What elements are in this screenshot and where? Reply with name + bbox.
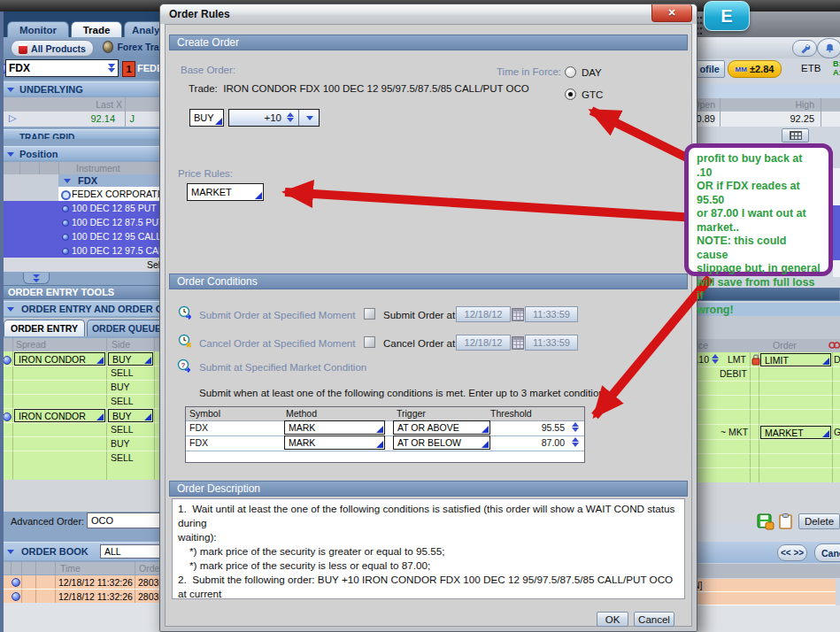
ok-button[interactable]: OK bbox=[597, 612, 628, 627]
quote-colhdr: Open High bbox=[682, 98, 840, 112]
method-dropdown[interactable]: MARK bbox=[284, 420, 385, 435]
underlying-section-header[interactable]: UNDERLYING bbox=[0, 81, 170, 96]
book-row-right[interactable] bbox=[682, 592, 836, 605]
tif-value: DAY bbox=[834, 354, 840, 365]
order-type-dropdown[interactable]: LIMIT bbox=[760, 353, 831, 366]
spread-dropdown[interactable]: IRON CONDOR bbox=[14, 409, 105, 422]
threshold-value[interactable]: 95.55 bbox=[542, 422, 565, 433]
side-cell[interactable]: SELL bbox=[111, 424, 134, 435]
submit-date-field[interactable]: 12/18/12 bbox=[456, 306, 511, 322]
order-type-dropdown[interactable]: MARKET bbox=[760, 426, 831, 439]
delete-button[interactable]: Delete bbox=[798, 513, 840, 529]
spread-dropdown[interactable]: IRON CONDOR bbox=[14, 352, 105, 366]
tif-day-radio[interactable] bbox=[565, 66, 576, 78]
condition-row-empty[interactable] bbox=[186, 451, 584, 462]
grid-view-button[interactable] bbox=[782, 128, 809, 143]
advanced-order-select[interactable]: OCO bbox=[87, 513, 170, 528]
tab-order-entry-label: ORDER ENTRY bbox=[11, 323, 78, 334]
cancel-at-checkbox[interactable] bbox=[364, 336, 375, 348]
all-products-button[interactable]: All Products bbox=[11, 40, 94, 57]
mm-indicator[interactable]: MM ±2.84 bbox=[728, 60, 782, 78]
cancel-time-field[interactable]: 11:33:59 bbox=[525, 335, 578, 351]
trigger-dropdown[interactable]: AT OR BELOW bbox=[393, 435, 490, 450]
position-instrument: 100 DEC 12 97.5 CALL bbox=[72, 245, 169, 256]
base-order-label: Base Order: bbox=[181, 65, 235, 75]
tab-monitor[interactable]: Monitor bbox=[7, 21, 69, 37]
tab-trade[interactable]: Trade bbox=[71, 21, 122, 37]
cancel-button[interactable]: Cancel bbox=[634, 612, 674, 627]
all-products-label: All Products bbox=[31, 43, 86, 54]
side-cell[interactable]: SELL bbox=[111, 367, 134, 378]
order-entry-queue-header[interactable]: ORDER ENTRY AND ORDER QUEUE bbox=[0, 301, 170, 316]
pager-button[interactable]: << >> bbox=[777, 544, 807, 561]
underlying-row[interactable]: ▷ 92.14 J bbox=[0, 112, 170, 127]
lock-icon[interactable] bbox=[751, 354, 760, 366]
side-cell[interactable]: SELL bbox=[111, 452, 134, 463]
symbol-dropdown-icon[interactable] bbox=[108, 64, 115, 73]
alerts-button[interactable] bbox=[817, 38, 840, 58]
position-section-header[interactable]: Position bbox=[0, 146, 170, 160]
threshold-stepper[interactable] bbox=[572, 422, 579, 432]
market-condition-label[interactable]: Submit at Specified Market Condition bbox=[199, 362, 366, 373]
row-sep bbox=[682, 409, 840, 410]
divider bbox=[55, 575, 56, 589]
threshold-value[interactable]: 87.00 bbox=[542, 437, 565, 448]
price-rule-dropdown[interactable]: MARKET bbox=[187, 183, 264, 201]
submit-at-checkbox[interactable] bbox=[364, 308, 375, 320]
divider bbox=[11, 562, 12, 574]
tab-order-entry[interactable]: ORDER ENTRY bbox=[4, 320, 85, 336]
dialog-titlebar[interactable]: Order Rules bbox=[160, 4, 697, 24]
condition-symbol[interactable]: FDX bbox=[189, 422, 208, 433]
save-icon[interactable] bbox=[757, 513, 774, 530]
submit-time-field[interactable]: 11:33:59 bbox=[525, 306, 578, 322]
bell-icon bbox=[824, 42, 836, 54]
order-book-row[interactable]: 12/18/12 11:32:26 28035 bbox=[0, 590, 170, 604]
quantity-arrows[interactable] bbox=[287, 112, 294, 122]
cancel-date-field[interactable]: 12/18/12 bbox=[456, 335, 511, 351]
last-x-col: Last X bbox=[96, 99, 122, 110]
side-value: BUY bbox=[194, 112, 214, 123]
trigger-dropdown[interactable]: AT OR ABOVE bbox=[393, 420, 490, 435]
condition-symbol[interactable]: FDX bbox=[189, 437, 208, 448]
position-group-row[interactable]: FDX bbox=[0, 174, 170, 187]
cancel-order-button[interactable]: Cancel bbox=[814, 543, 840, 562]
side-dropdown[interactable]: BUY bbox=[108, 409, 153, 422]
order-conditions-label: Order Conditions bbox=[177, 275, 258, 288]
threshold-stepper[interactable] bbox=[572, 437, 579, 447]
tif-gtc-radio[interactable] bbox=[565, 89, 576, 100]
tab-order-queue[interactable]: ORDER QUEUE bbox=[87, 320, 166, 336]
side-dropdown[interactable]: BUY bbox=[108, 352, 153, 366]
panel-left-edge bbox=[0, 12, 4, 632]
position-row-underlying[interactable]: FEDEX CORPORATION bbox=[0, 187, 170, 201]
position-row[interactable]: 100 DEC 12 87.5 PUT bbox=[0, 215, 170, 230]
book-row-right[interactable]: N] bbox=[682, 579, 836, 592]
order-book-row[interactable]: 12/18/12 11:32:26 28035 bbox=[0, 575, 170, 590]
method-dropdown[interactable]: MARK bbox=[284, 435, 385, 450]
order-dot-icon bbox=[12, 578, 20, 587]
submit-moment-label: Submit Order at Specified Moment bbox=[199, 310, 355, 320]
side-cell[interactable]: SELL bbox=[111, 396, 134, 406]
tab-order-queue-label: ORDER QUEUE bbox=[92, 323, 161, 334]
order-description-box: 1. Wait until at least the one of the fo… bbox=[172, 498, 685, 599]
quantity-stepper[interactable]: +10 bbox=[228, 109, 320, 127]
position-row[interactable]: 100 DEC 12 95 CALL bbox=[0, 229, 170, 244]
quantity-dropdown-icon[interactable] bbox=[306, 116, 313, 120]
price-stepper[interactable] bbox=[712, 354, 719, 364]
side-cell[interactable]: BUY bbox=[111, 382, 130, 392]
tif-label: Time in Force: bbox=[497, 66, 561, 77]
side-cell[interactable]: BUY bbox=[111, 438, 130, 449]
position-row[interactable]: 100 DEC 12 85 PUT bbox=[0, 201, 170, 216]
clipboard-icon[interactable] bbox=[779, 513, 792, 529]
side-dropdown[interactable]: BUY bbox=[189, 109, 224, 127]
calendar-icon[interactable] bbox=[512, 336, 524, 350]
expand-icon[interactable]: ▷ bbox=[9, 112, 16, 124]
symbol-combobox[interactable]: FDX bbox=[5, 59, 119, 77]
collapse-pill[interactable] bbox=[23, 273, 50, 284]
calendar-icon[interactable] bbox=[512, 308, 524, 321]
trade-grid-header[interactable]: TRADE GRID bbox=[0, 129, 170, 139]
tif-value: GTC bbox=[834, 427, 840, 437]
position-row[interactable]: 100 DEC 12 97.5 CALL bbox=[0, 243, 170, 258]
dialog-close-button[interactable]: ✕ bbox=[651, 4, 692, 22]
wrench-button[interactable] bbox=[792, 40, 817, 57]
clock-cancel-icon bbox=[178, 334, 193, 349]
